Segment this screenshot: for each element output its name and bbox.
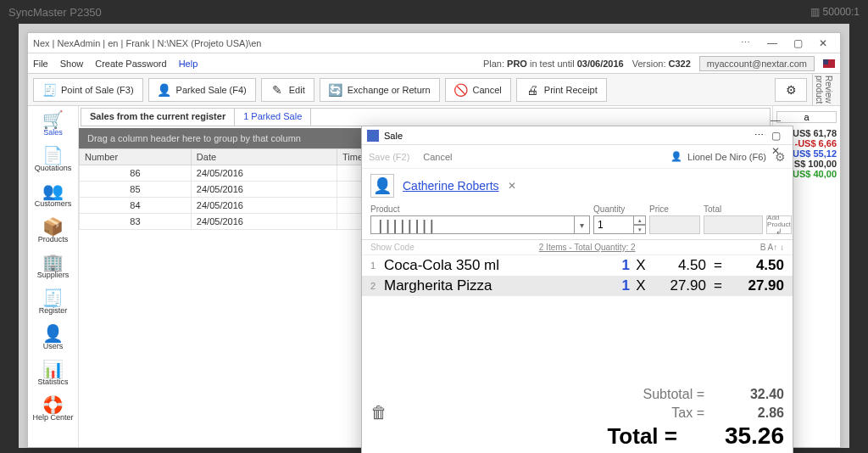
monitor-badge: 50000:1 (823, 6, 860, 18)
review-product[interactable]: Review product (812, 74, 835, 106)
exchange-icon: 🔄 (329, 83, 342, 97)
cell: 24/05/2016 (191, 182, 337, 198)
sale-titlebar[interactable]: Sale ⋯ — ▢ ✕ (362, 126, 793, 145)
help center-icon: 🛟 (42, 396, 64, 413)
sale-maximize-button[interactable]: ▢ (764, 128, 787, 143)
sidebar-item-quotations[interactable]: 📄Quotations (28, 142, 78, 177)
users-icon: 👤 (42, 325, 64, 342)
tab-current-register[interactable]: Sales from the current register (81, 109, 235, 126)
sales-icon: 🛒 (42, 111, 64, 128)
col-date[interactable]: Date (191, 149, 337, 165)
add-product-button[interactable]: Add Product↲ (766, 215, 792, 234)
sale-minimize-button[interactable]: — (764, 113, 787, 128)
monitor-model: SyncMaster P2350 (8, 6, 102, 19)
sidebar-item-label: Suppliers (37, 271, 70, 279)
edit-button[interactable]: ✎Edit (261, 78, 314, 102)
total-label: Total = (607, 423, 677, 450)
price-input (649, 215, 700, 234)
user-icon: 👤 (670, 151, 682, 162)
titlebar[interactable]: Nex | NexAdmin | en | Frank | N:\NEX (Pr… (28, 33, 840, 53)
window-title: Nex | NexAdmin | en | Frank | N:\NEX (Pr… (33, 38, 261, 48)
menu-show[interactable]: Show (60, 59, 84, 69)
no-icon: 🚫 (454, 83, 468, 97)
gear-icon: ⚙ (784, 83, 798, 97)
print-receipt-button[interactable]: 🖨Print Receipt (516, 78, 607, 102)
item-line-total: 27.90 (730, 277, 784, 294)
barcode-icon: |||||||| (370, 215, 440, 234)
subtotal-label: Subtotal = (643, 387, 705, 402)
item-index: 1 (370, 260, 379, 271)
flag-icon[interactable] (823, 59, 835, 68)
show-code-toggle[interactable]: Show Code (370, 243, 415, 252)
statistics-icon: 📊 (42, 361, 64, 378)
maximize-button[interactable]: ▢ (786, 36, 810, 51)
cell: 24/05/2016 (191, 165, 337, 182)
sale-window[interactable]: Sale ⋯ — ▢ ✕ Save (F2) Cancel 👤Lionel De… (361, 126, 793, 453)
menu-help[interactable]: Help (179, 59, 198, 69)
customer-avatar[interactable]: 👤 (370, 174, 394, 198)
pos-button[interactable]: 🧾Point of Sale (F3) (33, 78, 143, 102)
parked-sale-button[interactable]: 👤Parked Sale (F4) (148, 78, 256, 102)
cashier-selector[interactable]: 👤Lionel De Niro (F6) (670, 151, 766, 162)
sidebar-item-products[interactable]: 📦Products (28, 213, 78, 249)
sale-app-icon (367, 130, 379, 142)
items-summary: 2 Items - Total Quantity: 2 (539, 243, 636, 252)
close-button[interactable]: ✕ (811, 36, 835, 51)
sidebar-item-help-center[interactable]: 🛟Help Center (28, 391, 78, 427)
sidebar-item-customers[interactable]: 👥Customers (28, 177, 78, 213)
sale-item-row[interactable]: 1Coca-Cola 350 ml1X4.50=4.50 (362, 255, 793, 276)
sidebar-item-label: Register (39, 306, 68, 315)
menu-create-password[interactable]: Create Password (95, 59, 166, 69)
register-icon: 🧾 (42, 83, 56, 97)
pencil-icon: ✎ (270, 83, 284, 97)
item-name: Coca-Cola 350 ml (384, 257, 603, 274)
item-qty: 1 (608, 257, 630, 274)
equals-symbol: = (711, 257, 725, 274)
sidebar-item-sales[interactable]: 🛒Sales (28, 106, 78, 142)
cell: 83 (80, 214, 192, 230)
customer-link[interactable]: Catherine Roberts (403, 179, 499, 193)
titlebar-dots-icon: ⋯ (741, 37, 752, 48)
version-status: Version: C322 (632, 59, 691, 69)
sidebar-item-label: Quotations (35, 164, 72, 172)
tab-parked-sale[interactable]: 1 Parked Sale (235, 109, 311, 126)
settings-button[interactable]: ⚙ (775, 78, 807, 102)
sidebar-item-users[interactable]: 👤Users (28, 320, 78, 355)
sale-dots-icon: ⋯ (754, 130, 764, 141)
sale-cancel-button[interactable]: Cancel (423, 152, 452, 162)
qty-up-button[interactable]: ▴ (634, 215, 646, 225)
product-label: Product (370, 204, 590, 214)
minimize-button[interactable]: — (760, 36, 784, 51)
product-dropdown-button[interactable]: ▾ (575, 215, 590, 234)
sidebar-item-suppliers[interactable]: 🏢Suppliers (28, 249, 78, 284)
exchange-button[interactable]: 🔄Exchange or Return (320, 78, 440, 102)
menu-file[interactable]: File (33, 59, 48, 69)
sidebar-item-label: Customers (35, 199, 72, 208)
product-input[interactable] (440, 215, 575, 234)
qty-down-button[interactable]: ▾ (634, 225, 646, 234)
item-line-total: 4.50 (730, 257, 784, 274)
quantity-input[interactable] (593, 215, 634, 234)
subtotal-value: 32.40 (716, 387, 784, 402)
cancel-button[interactable]: 🚫Cancel (445, 78, 511, 102)
sidebar-item-register[interactable]: 🧾Register (28, 284, 78, 320)
cell: 24/05/2016 (191, 198, 337, 214)
suppliers-icon: 🏢 (42, 254, 64, 271)
account-button[interactable]: myaccount@nextar.com (699, 56, 815, 71)
col-number[interactable]: Number (80, 149, 192, 165)
sidebar-item-label: Users (43, 342, 64, 350)
times-symbol: X (635, 257, 647, 274)
times-symbol: X (635, 277, 647, 294)
customer-remove-button[interactable]: ✕ (508, 180, 516, 192)
sidebar-item-statistics[interactable]: 📊Statistics (28, 355, 78, 391)
quotations-icon: 📄 (42, 147, 64, 164)
sidebar-item-label: Help Center (32, 413, 73, 422)
price-label: Price (649, 204, 700, 214)
products-icon: 📦 (42, 218, 64, 235)
sale-save-button[interactable]: Save (F2) (369, 152, 409, 162)
sale-settings-button[interactable]: ⚙ (775, 150, 786, 164)
delete-item-button[interactable]: 🗑 (370, 403, 387, 422)
sale-item-row[interactable]: 2Margherita Pizza1X27.90=27.90 (362, 276, 793, 296)
sort-controls[interactable]: B A↑ ↓ (760, 243, 784, 252)
avatar-icon: 👤 (373, 176, 392, 195)
